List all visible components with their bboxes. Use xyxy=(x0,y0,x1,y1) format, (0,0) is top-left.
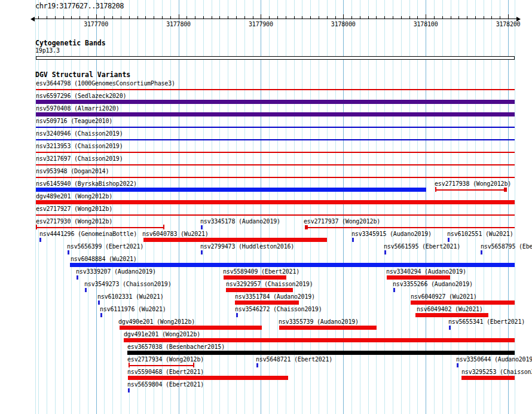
variant-label-nsv6145940[interactable]: nsv6145940 (ByrskaBishop2022) xyxy=(36,180,137,187)
variant-range-cap-right-esv2717930[interactable] xyxy=(163,225,164,229)
variant-label-dgv491e201[interactable]: dgv491e201 (Wong2012b) xyxy=(124,331,200,338)
variant-label-nsv5658795[interactable]: nsv5658795 (Ebert2021) xyxy=(481,243,532,250)
variant-point-nsv6111976[interactable] xyxy=(100,313,102,317)
variant-point-nsv6102551[interactable] xyxy=(448,238,450,242)
variant-line-nsv3213953[interactable] xyxy=(36,152,515,153)
variant-range-esv2717930[interactable] xyxy=(36,227,164,228)
variant-label-nsv3350644[interactable]: nsv3350644 (Audano2019) xyxy=(456,356,532,363)
variant-label-dgv489e201[interactable]: dgv489e201 (Wong2012b) xyxy=(36,193,112,200)
variant-range-cap-right-esv2717938[interactable] xyxy=(504,188,507,192)
variant-line-nsv953948[interactable] xyxy=(36,177,515,178)
variant-point-nsv3549273[interactable] xyxy=(85,288,87,292)
variant-bar-nsv5970408[interactable] xyxy=(36,112,515,116)
variant-bar-nsv6049402[interactable] xyxy=(415,313,488,317)
variant-label-nsv3292957[interactable]: nsv3292957 (Chaisson2019) xyxy=(226,281,313,287)
variant-bar-nsv6040927[interactable] xyxy=(411,300,515,305)
variant-bar-nsv6145940[interactable] xyxy=(36,188,426,192)
variant-range-esv2717934[interactable] xyxy=(129,365,194,366)
variant-point-nsv3355266[interactable] xyxy=(393,288,395,292)
variant-label-nsv3345178[interactable]: nsv3345178 (Audano2019) xyxy=(200,218,280,225)
variant-label-esv2717927[interactable]: esv2717927 (Wong2012b) xyxy=(36,206,112,212)
variant-label-nsv3351784[interactable]: nsv3351784 (Audano2019) xyxy=(235,293,315,300)
variant-label-nsv6597296[interactable]: nsv6597296 (Sedlazeck2020) xyxy=(36,93,126,99)
variant-label-nsv2799473[interactable]: nsv2799473 (Huddleston2016) xyxy=(200,243,294,250)
variant-label-nsv5970408[interactable]: nsv5970408 (Almarri2020) xyxy=(36,105,120,112)
variant-point-nsv3350644[interactable] xyxy=(457,363,458,367)
variant-bar-nsv5589409[interactable] xyxy=(224,275,286,280)
variant-bar-nsv3295253[interactable] xyxy=(461,376,515,380)
variant-point-nsv5659804[interactable] xyxy=(128,388,130,392)
variant-label-nsv5659804[interactable]: nsv5659804 (Ebert2021) xyxy=(127,381,204,388)
variant-label-esv3657038[interactable]: esv3657038 (Besenbacher2015) xyxy=(127,344,225,350)
variant-bar-nsv6597296[interactable] xyxy=(36,100,515,104)
variant-point-nsv5648721[interactable] xyxy=(256,363,258,367)
variant-label-esv2717934[interactable]: esv2717934 (Wong2012b) xyxy=(127,356,204,363)
variant-point-nsv3345178[interactable] xyxy=(201,225,203,229)
variant-label-nsv3213953[interactable]: nsv3213953 (Chaisson2019) xyxy=(36,143,123,149)
variant-label-nsv6040927[interactable]: nsv6040927 (Wu2021) xyxy=(411,293,477,300)
variant-label-nsv6102331[interactable]: nsv6102331 (Wu2021) xyxy=(97,293,164,300)
variant-line-nsv3240946[interactable] xyxy=(36,139,515,140)
variant-point-nsv3345915[interactable] xyxy=(352,238,354,242)
variant-range-cap-left-esv2717938[interactable] xyxy=(435,187,436,192)
variant-label-nsv5589409[interactable]: nsv5589409 (Ebert2021) xyxy=(223,268,299,275)
variant-label-esv2717938[interactable]: esv2717938 (Wong2012b) xyxy=(435,180,511,187)
variant-label-nsv5648721[interactable]: nsv5648721 (Ebert2021) xyxy=(256,356,332,363)
variant-label-nsv6040783[interactable]: nsv6040783 (Wu2021) xyxy=(142,231,209,237)
variant-label-nsv3355266[interactable]: nsv3355266 (Audano2019) xyxy=(393,281,473,287)
variant-label-nsv953948[interactable]: nsv953948 (Dogan2014) xyxy=(36,168,109,174)
variant-point-nsv6102331[interactable] xyxy=(98,300,100,305)
variant-point-nsv4441296[interactable] xyxy=(39,238,41,242)
variant-bar-esv3657038[interactable] xyxy=(127,351,515,355)
variant-label-nsv3345915[interactable]: nsv3345915 (Audano2019) xyxy=(351,231,432,237)
variant-label-nsv3549273[interactable]: nsv3549273 (Chaisson2019) xyxy=(84,281,172,287)
variant-range-cap-left-esv2717934[interactable] xyxy=(129,363,130,367)
variant-label-nsv3546272[interactable]: nsv3546272 (Chaisson2019) xyxy=(235,306,322,312)
variant-label-nsv3355739[interactable]: nsv3355739 (Audano2019) xyxy=(279,318,359,325)
variant-label-nsv3240946[interactable]: nsv3240946 (Chaisson2019) xyxy=(36,130,123,137)
variant-label-nsv3295253[interactable]: nsv3295253 (Chaisson2019) xyxy=(461,369,532,375)
variant-label-nsv509716[interactable]: nsv509716 (Teague2010) xyxy=(36,118,112,124)
variant-range-cap-left-esv2717930[interactable] xyxy=(36,225,37,229)
variant-line-esv3644798[interactable] xyxy=(36,89,515,90)
variant-range-cap-right-esv2717934[interactable] xyxy=(193,363,194,367)
variant-bar-nsv3340294[interactable] xyxy=(387,275,450,280)
variant-label-esv2717937[interactable]: esv2717937 (Wong2012b) xyxy=(304,218,380,225)
variant-range-esv2717938[interactable] xyxy=(435,189,507,191)
variant-bar-nsv3351784[interactable] xyxy=(235,300,299,305)
variant-point-nsv3546272[interactable] xyxy=(236,313,238,317)
variant-line-nsv3217697[interactable] xyxy=(36,164,515,165)
variant-label-esv3644798[interactable]: esv3644798 (1000GenomesConsortiumPhase3) xyxy=(36,80,175,87)
variant-bar-dgv490e201[interactable] xyxy=(120,326,262,330)
variant-label-nsv6111976[interactable]: nsv6111976 (Wu2021) xyxy=(100,306,166,312)
variant-bar-nsv3355739[interactable] xyxy=(279,326,377,330)
variant-point-nsv3339207[interactable] xyxy=(77,275,78,280)
variant-point-nsv5661595[interactable] xyxy=(384,250,386,254)
variant-label-nsv3217697[interactable]: nsv3217697 (Chaisson2019) xyxy=(36,155,123,162)
variant-label-esv2717930[interactable]: esv2717930 (Wong2012b) xyxy=(36,218,112,225)
variant-range-esv2717937[interactable] xyxy=(305,227,515,228)
variant-bar-dgv491e201[interactable] xyxy=(124,338,515,342)
variant-label-nsv5590468[interactable]: nsv5590468 (Ebert2021) xyxy=(127,369,204,375)
variant-bar-nsv6048884[interactable] xyxy=(70,263,515,267)
variant-label-nsv5661595[interactable]: nsv5661595 (Ebert2021) xyxy=(384,243,460,250)
variant-label-nsv6049402[interactable]: nsv6049402 (Wu2021) xyxy=(417,306,483,312)
variant-line-nsv509716[interactable] xyxy=(36,127,515,128)
variant-bar-nsv3292957[interactable] xyxy=(226,288,293,292)
variant-label-nsv5656399[interactable]: nsv5656399 (Ebert2021) xyxy=(67,243,143,250)
variant-label-dgv490e201[interactable]: dgv490e201 (Wong2012b) xyxy=(118,318,195,325)
variant-label-nsv3339207[interactable]: nsv3339207 (Audano2019) xyxy=(76,268,156,275)
variant-bar-nsv5590468[interactable] xyxy=(128,376,288,380)
variant-label-nsv6102551[interactable]: nsv6102551 (Wu2021) xyxy=(447,231,513,237)
variant-bar-nsv6040783[interactable] xyxy=(143,238,327,242)
variant-point-nsv5655341[interactable] xyxy=(449,326,451,330)
variant-bar-dgv489e201[interactable] xyxy=(36,200,515,204)
variant-label-nsv5655341[interactable]: nsv5655341 (Ebert2021) xyxy=(448,318,525,325)
variant-range-cap-left-esv2717937[interactable] xyxy=(305,225,308,229)
variant-label-nsv3340294[interactable]: nsv3340294 (Audano2019) xyxy=(386,268,466,275)
variant-point-nsv2799473[interactable] xyxy=(201,250,203,254)
variant-point-nsv5658795[interactable] xyxy=(481,250,482,254)
variant-point-nsv5656399[interactable] xyxy=(68,250,69,254)
variant-line-esv2717927[interactable] xyxy=(36,214,515,216)
variant-label-nsv6048884[interactable]: nsv6048884 (Wu2021) xyxy=(71,256,137,262)
